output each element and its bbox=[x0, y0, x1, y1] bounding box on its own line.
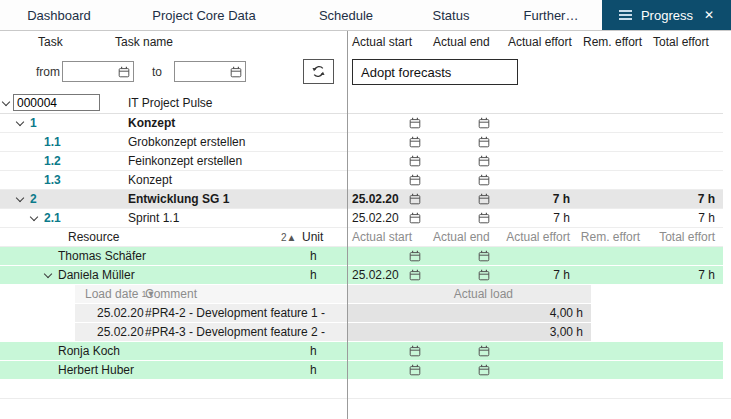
unit-value: h bbox=[310, 342, 317, 360]
tab-project-core-data[interactable]: Project Core Data bbox=[118, 0, 290, 30]
empty-row bbox=[0, 380, 731, 399]
from-date-input[interactable] bbox=[66, 64, 118, 80]
resource-row[interactable]: Thomas Schäfer h bbox=[0, 247, 723, 266]
menu-icon[interactable] bbox=[619, 10, 632, 20]
load-comment: #PR4-2 - Development feature 1 - bbox=[145, 306, 347, 320]
task-name: Entwicklung SG 1 bbox=[128, 190, 229, 208]
calendar-icon[interactable] bbox=[478, 250, 490, 262]
unit-value: h bbox=[310, 266, 317, 284]
unit-value: h bbox=[310, 247, 317, 265]
load-date-value: 25.02.20 bbox=[97, 325, 144, 339]
total-effort-value: 7 h bbox=[698, 268, 715, 282]
calendar-icon[interactable] bbox=[409, 345, 421, 357]
collapse-caret[interactable] bbox=[45, 266, 51, 284]
tab-progress-active[interactable]: Progress ✕ bbox=[602, 0, 731, 30]
resource-header-row: Resource 2▲ Unit Actual start Actual end… bbox=[0, 228, 723, 247]
calendar-icon[interactable] bbox=[409, 155, 421, 167]
total-effort-value: 7 h bbox=[698, 192, 715, 206]
tab-status[interactable]: Status bbox=[402, 0, 500, 30]
resource-name: Daniela Müller bbox=[58, 266, 135, 284]
load-row[interactable]: 25.02.20 #PR4-3 - Development feature 2 … bbox=[75, 323, 591, 342]
resource-row[interactable]: Daniela Müller h 25.02.20 7 h 7 h bbox=[0, 266, 723, 285]
load-comment: #PR4-3 - Development feature 2 - bbox=[145, 325, 347, 339]
calendar-icon[interactable] bbox=[478, 136, 490, 148]
col-comment[interactable]: Comment bbox=[145, 287, 347, 301]
task-name: Konzept bbox=[128, 171, 172, 189]
collapse-caret[interactable] bbox=[17, 114, 23, 132]
collapse-caret[interactable] bbox=[31, 209, 37, 227]
to-date-field[interactable] bbox=[174, 61, 246, 82]
total-effort-value: 7 h bbox=[698, 211, 715, 225]
calendar-icon[interactable] bbox=[409, 250, 421, 262]
from-date-field[interactable] bbox=[62, 61, 134, 82]
col-unit[interactable]: Unit bbox=[302, 228, 323, 246]
task-row[interactable]: 1.1 Grobkonzept erstellen bbox=[0, 133, 723, 152]
tab-further[interactable]: Further… bbox=[500, 0, 602, 30]
tab-label: Further… bbox=[524, 8, 579, 23]
tab-label: Status bbox=[433, 8, 470, 23]
task-number: 1 bbox=[30, 114, 37, 132]
tab-bar: Dashboard Project Core Data Schedule Sta… bbox=[0, 0, 731, 31]
calendar-icon[interactable] bbox=[409, 193, 421, 205]
task-row-selected[interactable]: 2 Entwicklung SG 1 25.02.20 7 h 7 h bbox=[0, 190, 723, 209]
adopt-forecasts-button[interactable]: Adopt forecasts bbox=[352, 59, 518, 85]
col-task-name: Task name bbox=[115, 31, 173, 53]
close-icon[interactable]: ✕ bbox=[704, 8, 714, 22]
col-actual-effort: Actual effort bbox=[506, 230, 570, 244]
load-date-value: 25.02.20 bbox=[97, 306, 144, 320]
calendar-icon[interactable] bbox=[409, 136, 421, 148]
resource-row[interactable]: Ronja Koch h bbox=[0, 342, 723, 361]
tab-schedule[interactable]: Schedule bbox=[290, 0, 402, 30]
project-name: IT Project Pulse bbox=[128, 92, 212, 113]
calendar-icon[interactable] bbox=[478, 364, 490, 376]
tab-dashboard[interactable]: Dashboard bbox=[0, 0, 118, 30]
actual-start-value: 25.02.20 bbox=[352, 268, 409, 282]
task-number: 1.3 bbox=[44, 171, 61, 189]
task-row[interactable]: 1.3 Konzept bbox=[0, 171, 723, 190]
calendar-icon[interactable] bbox=[409, 364, 421, 376]
col-task: Task bbox=[38, 31, 63, 53]
task-row[interactable]: 2.1 Sprint 1.1 25.02.20 7 h 7 h bbox=[0, 209, 723, 228]
refresh-button[interactable] bbox=[303, 59, 334, 84]
load-row[interactable]: 25.02.20 #PR4-2 - Development feature 1 … bbox=[75, 304, 591, 323]
to-date-input[interactable] bbox=[178, 64, 230, 80]
col-actual-end: Actual end bbox=[433, 35, 490, 49]
project-id-input[interactable] bbox=[13, 94, 100, 111]
calendar-icon[interactable] bbox=[478, 155, 490, 167]
calendar-icon[interactable] bbox=[118, 66, 130, 78]
col-actual-load[interactable]: Actual load bbox=[347, 285, 591, 303]
calendar-icon[interactable] bbox=[409, 174, 421, 186]
task-name: Sprint 1.1 bbox=[128, 209, 179, 227]
col-actual-end: Actual end bbox=[433, 230, 490, 244]
calendar-icon[interactable] bbox=[478, 212, 490, 224]
to-label: to bbox=[152, 65, 162, 79]
calendar-icon[interactable] bbox=[409, 269, 421, 281]
calendar-icon[interactable] bbox=[409, 117, 421, 129]
resource-name: Herbert Huber bbox=[58, 361, 134, 379]
col-resource[interactable]: Resource bbox=[68, 228, 119, 246]
calendar-icon[interactable] bbox=[478, 174, 490, 186]
actual-start-value: 25.02.20 bbox=[352, 192, 409, 206]
calendar-icon[interactable] bbox=[230, 66, 242, 78]
task-number: 2.1 bbox=[44, 209, 61, 227]
expand-caret[interactable] bbox=[3, 92, 9, 113]
collapse-caret[interactable] bbox=[17, 190, 23, 208]
col-load-date[interactable]: Load date bbox=[85, 287, 138, 301]
calendar-icon[interactable] bbox=[478, 345, 490, 357]
calendar-icon[interactable] bbox=[478, 117, 490, 129]
calendar-icon[interactable] bbox=[478, 269, 490, 281]
sort-indicator[interactable]: 2▲ bbox=[281, 228, 296, 246]
column-header-row: Task Task name Actual start Actual end A… bbox=[0, 31, 723, 53]
tab-label: Project Core Data bbox=[152, 8, 255, 23]
task-number: 1.1 bbox=[44, 133, 61, 151]
calendar-icon[interactable] bbox=[409, 212, 421, 224]
tab-label: Schedule bbox=[319, 8, 373, 23]
project-row[interactable]: IT Project Pulse bbox=[0, 92, 723, 114]
resource-row[interactable]: Herbert Huber h bbox=[0, 361, 723, 380]
resource-name: Ronja Koch bbox=[58, 342, 120, 360]
actual-load-value: 3,00 h bbox=[347, 323, 591, 341]
calendar-icon[interactable] bbox=[478, 193, 490, 205]
from-label: from bbox=[36, 65, 60, 79]
task-row[interactable]: 1.2 Feinkonzept erstellen bbox=[0, 152, 723, 171]
task-row[interactable]: 1 Konzept bbox=[0, 114, 723, 133]
